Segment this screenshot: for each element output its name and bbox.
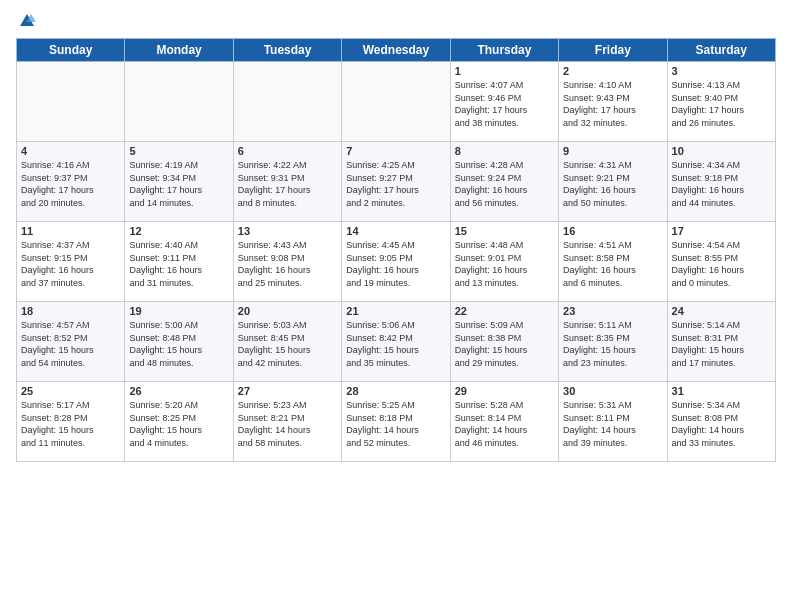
day-info: Sunrise: 4:16 AM Sunset: 9:37 PM Dayligh… [21, 159, 120, 209]
day-info: Sunrise: 4:51 AM Sunset: 8:58 PM Dayligh… [563, 239, 662, 289]
header [16, 12, 776, 30]
day-info: Sunrise: 5:25 AM Sunset: 8:18 PM Dayligh… [346, 399, 445, 449]
calendar-week: 18Sunrise: 4:57 AM Sunset: 8:52 PM Dayli… [17, 302, 776, 382]
day-number: 22 [455, 305, 554, 317]
calendar-cell: 25Sunrise: 5:17 AM Sunset: 8:28 PM Dayli… [17, 382, 125, 462]
day-info: Sunrise: 5:34 AM Sunset: 8:08 PM Dayligh… [672, 399, 771, 449]
day-number: 25 [21, 385, 120, 397]
day-info: Sunrise: 4:37 AM Sunset: 9:15 PM Dayligh… [21, 239, 120, 289]
day-info: Sunrise: 4:22 AM Sunset: 9:31 PM Dayligh… [238, 159, 337, 209]
calendar-cell: 2Sunrise: 4:10 AM Sunset: 9:43 PM Daylig… [559, 62, 667, 142]
day-info: Sunrise: 5:17 AM Sunset: 8:28 PM Dayligh… [21, 399, 120, 449]
calendar-cell: 3Sunrise: 4:13 AM Sunset: 9:40 PM Daylig… [667, 62, 775, 142]
calendar-cell [233, 62, 341, 142]
day-number: 11 [21, 225, 120, 237]
day-number: 30 [563, 385, 662, 397]
weekday-header: Wednesday [342, 39, 450, 62]
calendar-cell: 27Sunrise: 5:23 AM Sunset: 8:21 PM Dayli… [233, 382, 341, 462]
day-info: Sunrise: 4:10 AM Sunset: 9:43 PM Dayligh… [563, 79, 662, 129]
day-number: 24 [672, 305, 771, 317]
weekday-header: Monday [125, 39, 233, 62]
calendar-cell: 15Sunrise: 4:48 AM Sunset: 9:01 PM Dayli… [450, 222, 558, 302]
day-number: 21 [346, 305, 445, 317]
day-number: 10 [672, 145, 771, 157]
day-info: Sunrise: 5:11 AM Sunset: 8:35 PM Dayligh… [563, 319, 662, 369]
calendar-cell [342, 62, 450, 142]
day-number: 28 [346, 385, 445, 397]
calendar-cell: 20Sunrise: 5:03 AM Sunset: 8:45 PM Dayli… [233, 302, 341, 382]
calendar-cell: 6Sunrise: 4:22 AM Sunset: 9:31 PM Daylig… [233, 142, 341, 222]
weekday-header: Tuesday [233, 39, 341, 62]
logo [16, 12, 36, 30]
calendar-cell [125, 62, 233, 142]
calendar-week: 11Sunrise: 4:37 AM Sunset: 9:15 PM Dayli… [17, 222, 776, 302]
day-info: Sunrise: 4:45 AM Sunset: 9:05 PM Dayligh… [346, 239, 445, 289]
calendar-cell: 5Sunrise: 4:19 AM Sunset: 9:34 PM Daylig… [125, 142, 233, 222]
day-number: 26 [129, 385, 228, 397]
day-info: Sunrise: 4:31 AM Sunset: 9:21 PM Dayligh… [563, 159, 662, 209]
calendar-cell: 26Sunrise: 5:20 AM Sunset: 8:25 PM Dayli… [125, 382, 233, 462]
calendar-cell: 17Sunrise: 4:54 AM Sunset: 8:55 PM Dayli… [667, 222, 775, 302]
day-info: Sunrise: 4:34 AM Sunset: 9:18 PM Dayligh… [672, 159, 771, 209]
calendar-cell: 22Sunrise: 5:09 AM Sunset: 8:38 PM Dayli… [450, 302, 558, 382]
calendar-cell: 21Sunrise: 5:06 AM Sunset: 8:42 PM Dayli… [342, 302, 450, 382]
day-info: Sunrise: 4:54 AM Sunset: 8:55 PM Dayligh… [672, 239, 771, 289]
weekday-header: Saturday [667, 39, 775, 62]
weekday-header: Thursday [450, 39, 558, 62]
day-number: 14 [346, 225, 445, 237]
day-info: Sunrise: 4:07 AM Sunset: 9:46 PM Dayligh… [455, 79, 554, 129]
calendar-cell: 24Sunrise: 5:14 AM Sunset: 8:31 PM Dayli… [667, 302, 775, 382]
day-info: Sunrise: 5:28 AM Sunset: 8:14 PM Dayligh… [455, 399, 554, 449]
weekday-header: Sunday [17, 39, 125, 62]
calendar-cell: 11Sunrise: 4:37 AM Sunset: 9:15 PM Dayli… [17, 222, 125, 302]
day-number: 6 [238, 145, 337, 157]
day-number: 27 [238, 385, 337, 397]
day-number: 7 [346, 145, 445, 157]
calendar-header: SundayMondayTuesdayWednesdayThursdayFrid… [17, 39, 776, 62]
calendar-cell: 31Sunrise: 5:34 AM Sunset: 8:08 PM Dayli… [667, 382, 775, 462]
calendar-body: 1Sunrise: 4:07 AM Sunset: 9:46 PM Daylig… [17, 62, 776, 462]
day-number: 31 [672, 385, 771, 397]
day-number: 17 [672, 225, 771, 237]
calendar-cell: 18Sunrise: 4:57 AM Sunset: 8:52 PM Dayli… [17, 302, 125, 382]
calendar-week: 25Sunrise: 5:17 AM Sunset: 8:28 PM Dayli… [17, 382, 776, 462]
day-number: 3 [672, 65, 771, 77]
day-info: Sunrise: 4:28 AM Sunset: 9:24 PM Dayligh… [455, 159, 554, 209]
day-info: Sunrise: 4:43 AM Sunset: 9:08 PM Dayligh… [238, 239, 337, 289]
day-info: Sunrise: 5:31 AM Sunset: 8:11 PM Dayligh… [563, 399, 662, 449]
day-info: Sunrise: 5:20 AM Sunset: 8:25 PM Dayligh… [129, 399, 228, 449]
calendar-cell: 16Sunrise: 4:51 AM Sunset: 8:58 PM Dayli… [559, 222, 667, 302]
calendar-cell [17, 62, 125, 142]
day-info: Sunrise: 4:25 AM Sunset: 9:27 PM Dayligh… [346, 159, 445, 209]
calendar-cell: 1Sunrise: 4:07 AM Sunset: 9:46 PM Daylig… [450, 62, 558, 142]
day-number: 18 [21, 305, 120, 317]
calendar-cell: 23Sunrise: 5:11 AM Sunset: 8:35 PM Dayli… [559, 302, 667, 382]
day-number: 9 [563, 145, 662, 157]
calendar-cell: 29Sunrise: 5:28 AM Sunset: 8:14 PM Dayli… [450, 382, 558, 462]
day-info: Sunrise: 5:09 AM Sunset: 8:38 PM Dayligh… [455, 319, 554, 369]
page: SundayMondayTuesdayWednesdayThursdayFrid… [0, 0, 792, 612]
day-number: 13 [238, 225, 337, 237]
calendar-cell: 10Sunrise: 4:34 AM Sunset: 9:18 PM Dayli… [667, 142, 775, 222]
day-info: Sunrise: 5:03 AM Sunset: 8:45 PM Dayligh… [238, 319, 337, 369]
day-number: 1 [455, 65, 554, 77]
calendar-week: 4Sunrise: 4:16 AM Sunset: 9:37 PM Daylig… [17, 142, 776, 222]
day-number: 15 [455, 225, 554, 237]
day-info: Sunrise: 5:23 AM Sunset: 8:21 PM Dayligh… [238, 399, 337, 449]
day-number: 19 [129, 305, 228, 317]
weekday-header: Friday [559, 39, 667, 62]
calendar-cell: 9Sunrise: 4:31 AM Sunset: 9:21 PM Daylig… [559, 142, 667, 222]
calendar-week: 1Sunrise: 4:07 AM Sunset: 9:46 PM Daylig… [17, 62, 776, 142]
calendar-cell: 14Sunrise: 4:45 AM Sunset: 9:05 PM Dayli… [342, 222, 450, 302]
day-info: Sunrise: 5:06 AM Sunset: 8:42 PM Dayligh… [346, 319, 445, 369]
day-number: 5 [129, 145, 228, 157]
day-number: 2 [563, 65, 662, 77]
day-number: 29 [455, 385, 554, 397]
day-number: 16 [563, 225, 662, 237]
day-info: Sunrise: 5:14 AM Sunset: 8:31 PM Dayligh… [672, 319, 771, 369]
day-number: 12 [129, 225, 228, 237]
logo-icon [18, 12, 36, 30]
calendar-cell: 4Sunrise: 4:16 AM Sunset: 9:37 PM Daylig… [17, 142, 125, 222]
calendar-cell: 7Sunrise: 4:25 AM Sunset: 9:27 PM Daylig… [342, 142, 450, 222]
calendar-cell: 30Sunrise: 5:31 AM Sunset: 8:11 PM Dayli… [559, 382, 667, 462]
